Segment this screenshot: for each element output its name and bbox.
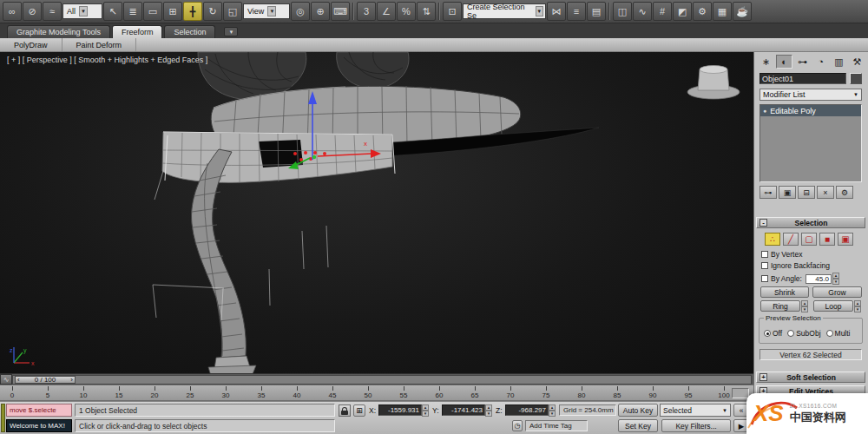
macro-recorder-line[interactable]: move $.selecte xyxy=(6,404,72,417)
listener-scrollbar[interactable] xyxy=(1,404,5,432)
align-icon[interactable]: ≡ xyxy=(567,2,586,21)
by-angle-checkbox[interactable]: By Angle: 45.0 ▴ ▾ xyxy=(761,273,839,285)
angle-spinner[interactable]: ▴ ▾ xyxy=(832,273,839,285)
utilities-tab-icon[interactable]: ⚒ xyxy=(849,55,865,69)
configure-modifier-sets-icon[interactable]: ⚙ xyxy=(836,186,853,199)
hierarchy-tab-icon[interactable]: ⊶ xyxy=(794,55,811,69)
absolute-mode-icon[interactable]: ⊞ xyxy=(353,404,365,417)
stack-item-editable-poly[interactable]: ● Editable Poly xyxy=(760,105,861,116)
time-slider-handle[interactable]: ‹ 0 / 100 › xyxy=(15,376,76,384)
loop-spinner[interactable]: ▴▾ xyxy=(854,300,861,312)
ribbon-minimize-icon[interactable]: ▼ xyxy=(224,27,238,36)
mini-curve-editor-icon[interactable]: ∿ xyxy=(0,374,12,385)
layer-manager-icon[interactable]: ▤ xyxy=(587,2,606,21)
element-subobject-icon[interactable]: ▣ xyxy=(838,233,853,246)
z-coord-field[interactable]: -968.297 xyxy=(505,404,549,416)
keyboard-override-icon[interactable]: ⌨ xyxy=(331,2,350,21)
object-color-swatch[interactable] xyxy=(850,73,862,84)
radio-multi[interactable]: Multi xyxy=(826,329,851,338)
stack-bulb-icon[interactable]: ● xyxy=(763,108,766,114)
collapse-icon[interactable]: - xyxy=(760,219,767,227)
remove-modifier-icon[interactable]: × xyxy=(817,186,834,199)
radio-icon[interactable] xyxy=(826,330,833,337)
select-and-link-icon[interactable]: ∞ xyxy=(3,2,22,21)
prop-object[interactable] xyxy=(687,66,740,100)
add-time-tag-field[interactable]: Add Time Tag xyxy=(525,420,588,431)
checkbox-icon[interactable] xyxy=(761,262,768,269)
display-tab-icon[interactable]: ▥ xyxy=(831,55,847,69)
rendered-frame-window-icon[interactable]: ▦ xyxy=(713,2,732,21)
checkbox-icon[interactable] xyxy=(761,251,768,258)
radio-icon[interactable] xyxy=(787,330,794,337)
radio-icon[interactable] xyxy=(764,330,771,337)
z-coord-spinner[interactable]: ▴▾ xyxy=(549,404,556,417)
ignore-backfacing-checkbox[interactable]: Ignore Backfacing xyxy=(761,261,830,270)
y-coord-spinner[interactable]: ▴▾ xyxy=(485,404,492,417)
select-and-move-icon[interactable]: ╋ xyxy=(183,2,202,21)
by-vertex-checkbox[interactable]: By Vertex xyxy=(761,250,802,259)
selection-lock-icon[interactable] xyxy=(339,404,351,417)
select-and-scale-icon[interactable]: ◱ xyxy=(223,2,242,21)
x-coord-spinner[interactable]: ▴▾ xyxy=(422,404,429,417)
ring-spinner[interactable]: ▴▾ xyxy=(801,300,808,312)
frame-prev-icon[interactable]: ‹ xyxy=(17,376,20,384)
render-setup-icon[interactable]: ⚙ xyxy=(693,2,712,21)
rollout-selection[interactable]: - Selection xyxy=(756,217,865,228)
modify-tab-icon[interactable]: ◐ xyxy=(776,55,792,69)
time-tag-icon[interactable]: ◷ xyxy=(512,420,523,431)
maxscript-listener-line[interactable]: Welcome to MAX! xyxy=(6,419,72,432)
key-mode-dropdown[interactable]: Selected ▼ xyxy=(660,404,731,417)
x-coord-field[interactable]: -1559.931 xyxy=(378,404,422,416)
spinner-snap-icon[interactable]: ⇅ xyxy=(417,2,436,21)
time-slider-track[interactable]: ‹ 0 / 100 › xyxy=(12,375,752,385)
graphite-ribbon-toggle-icon[interactable]: ◫ xyxy=(613,2,632,21)
tab-freeform[interactable]: Freeform xyxy=(112,25,163,38)
schematic-view-icon[interactable]: # xyxy=(653,2,672,21)
track-bar[interactable]: 0 5 10 15 20 25 30 35 40 45 50 55 60 65 … xyxy=(0,385,753,401)
object-name-field[interactable]: Object01 xyxy=(760,73,846,84)
loop-button[interactable]: Loop xyxy=(813,300,853,312)
percent-snap-icon[interactable]: % xyxy=(397,2,416,21)
pin-stack-icon[interactable]: ⊶ xyxy=(760,186,777,199)
rectangular-region-icon[interactable]: ▭ xyxy=(143,2,162,21)
motion-tab-icon[interactable]: ◔ xyxy=(812,55,829,69)
edit-named-selections-icon[interactable]: ⊡ xyxy=(443,2,462,21)
create-tab-icon[interactable]: ∗ xyxy=(758,55,774,69)
unlink-selection-icon[interactable]: ⊘ xyxy=(23,2,42,21)
show-end-result-icon[interactable]: ▣ xyxy=(779,186,796,199)
viewport-canvas[interactable]: x x y z xyxy=(0,52,753,373)
modifier-stack[interactable]: ● Editable Poly xyxy=(760,104,862,182)
viewport-label[interactable]: [ + ] [ Perspective ] [ Smooth + Highlig… xyxy=(7,56,207,64)
vertex-subobject-icon[interactable]: ∴ xyxy=(765,233,780,246)
panel-polydraw[interactable]: PolyDraw xyxy=(0,38,62,51)
select-object-icon[interactable]: ↖ xyxy=(103,2,122,21)
bind-spacewarp-icon[interactable]: ≈ xyxy=(43,2,62,21)
angle-snap-icon[interactable]: ∠ xyxy=(377,2,396,21)
curve-editor-icon[interactable]: ∿ xyxy=(633,2,652,21)
snap-toggle-3d-icon[interactable]: 3 xyxy=(357,2,376,21)
set-key-button[interactable]: Set Key xyxy=(618,419,658,432)
radio-off[interactable]: Off xyxy=(764,329,782,338)
expand-icon[interactable]: + xyxy=(760,373,767,381)
radio-subobj[interactable]: SubObj xyxy=(787,329,820,338)
grow-button[interactable]: Grow xyxy=(812,286,862,298)
modifier-list-dropdown[interactable]: Modifier List ▼ xyxy=(760,89,862,101)
make-unique-icon[interactable]: ⊟ xyxy=(798,186,815,199)
select-and-rotate-icon[interactable]: ↻ xyxy=(203,2,222,21)
use-pivot-center-icon[interactable]: ◎ xyxy=(291,2,310,21)
shrink-button[interactable]: Shrink xyxy=(760,286,809,298)
rollout-soft-selection[interactable]: + Soft Selection xyxy=(756,372,865,383)
perspective-viewport[interactable]: [ + ] [ Perspective ] [ Smooth + Highlig… xyxy=(0,52,753,373)
checkbox-icon[interactable] xyxy=(761,275,768,282)
mirror-icon[interactable]: ⋈ xyxy=(547,2,566,21)
tab-selection[interactable]: Selection xyxy=(164,25,215,38)
named-selection-dropdown[interactable]: Create Selection Se ▼ xyxy=(463,3,546,19)
window-crossing-icon[interactable]: ⊞ xyxy=(163,2,182,21)
render-production-icon[interactable]: ☕ xyxy=(733,2,752,21)
angle-value-field[interactable]: 45.0 xyxy=(806,274,832,284)
auto-key-button[interactable]: Auto Key xyxy=(618,404,658,417)
border-subobject-icon[interactable]: ▢ xyxy=(801,233,817,246)
material-editor-icon[interactable]: ◩ xyxy=(673,2,692,21)
reference-coordinate-dropdown[interactable]: View ▼ xyxy=(243,3,290,19)
tab-graphite-modeling-tools[interactable]: Graphite Modeling Tools xyxy=(7,25,110,38)
